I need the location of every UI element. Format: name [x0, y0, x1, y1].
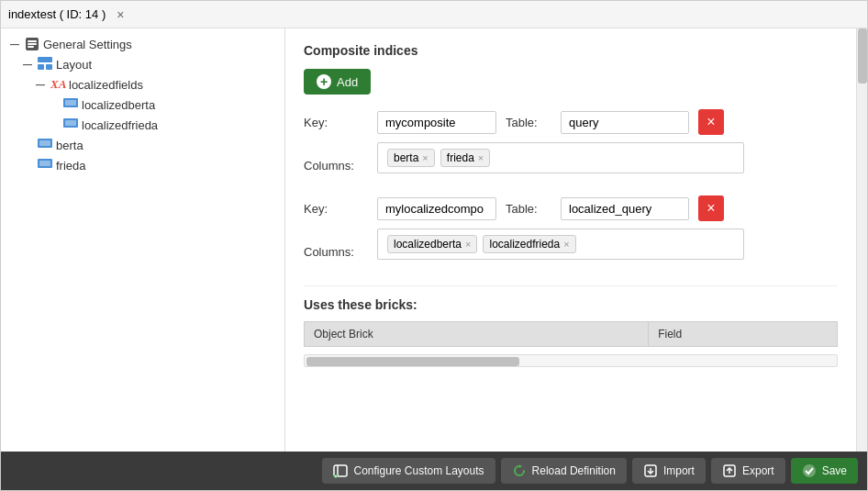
save-label: Save	[822, 464, 847, 477]
svg-rect-3	[28, 46, 34, 48]
table-label-1: Table:	[506, 116, 551, 129]
save-button[interactable]: Save	[791, 458, 858, 484]
delete-button-1[interactable]: ×	[698, 109, 724, 135]
svg-rect-8	[65, 100, 76, 106]
sidebar-label-localizedberta: localizedberta	[82, 98, 155, 112]
sidebar-label-berta: berta	[56, 139, 83, 152]
sidebar-item-localizedberta[interactable]: localizedberta	[1, 95, 284, 115]
columns-label-1: Columns:	[304, 159, 368, 173]
svg-rect-1	[28, 40, 37, 42]
toggle-minus-icon[interactable]: —	[8, 38, 21, 50]
key-input-1[interactable]	[377, 111, 496, 134]
close-icon[interactable]: ×	[117, 7, 124, 22]
localized-icon: XA	[50, 77, 65, 92]
svg-rect-12	[39, 140, 50, 146]
field-icon	[38, 158, 52, 173]
tag-frieda-label: frieda	[447, 151, 474, 164]
tag-frieda-close[interactable]: ×	[478, 152, 484, 163]
table-select-2[interactable]: query localized_query	[561, 197, 689, 220]
index-row-2: Key: Table: query localized_query × Colu…	[304, 195, 838, 274]
import-button[interactable]: Import	[632, 458, 706, 484]
svg-point-24	[803, 464, 816, 477]
tag-localizedfrieda-close[interactable]: ×	[563, 239, 569, 250]
window-title: indextest ( ID: 14 )	[8, 7, 106, 21]
tag-row-2: localizedberta × localizedfrieda ×	[377, 229, 744, 260]
configure-layouts-label: Configure Custom Layouts	[353, 464, 484, 477]
field-icon	[63, 97, 78, 112]
sidebar-item-localizedfields[interactable]: — XA localizedfields	[1, 74, 284, 95]
sidebar-item-general-settings[interactable]: — General Settings	[1, 34, 284, 54]
tag-berta: berta ×	[387, 149, 435, 167]
section-title: Composite indices	[304, 43, 838, 58]
add-button-label: Add	[337, 75, 358, 89]
save-icon	[802, 463, 817, 478]
tag-frieda: frieda ×	[440, 149, 490, 167]
columns-row-1: Columns: berta × frieda ×	[304, 142, 838, 188]
main-window: indextest ( ID: 14 ) × — General Setting…	[0, 0, 868, 491]
index-row-1: Key: Table: query localized_query × Colu…	[304, 109, 838, 188]
table-select-1[interactable]: query localized_query	[561, 111, 689, 134]
key-input-2[interactable]	[377, 197, 496, 220]
svg-rect-14	[39, 161, 50, 166]
bottom-toolbar: Configure Custom Layouts Reload Definiti…	[1, 452, 867, 490]
field-icon	[63, 117, 78, 132]
add-button[interactable]: + Add	[304, 69, 371, 95]
panel-with-scroll: Composite indices + Add Key: Table: quer…	[285, 28, 867, 452]
key-label-2: Key:	[304, 202, 368, 216]
vertical-scroll-thumb	[858, 28, 867, 84]
plus-circle-icon: +	[317, 74, 331, 89]
svg-rect-6	[46, 64, 52, 70]
export-label: Export	[742, 464, 774, 477]
layout-icon	[38, 57, 52, 72]
title-bar: indextest ( ID: 14 ) ×	[1, 1, 867, 28]
sidebar-item-layout[interactable]: — Layout	[1, 54, 284, 74]
svg-rect-10	[65, 120, 76, 126]
tag-berta-label: berta	[394, 151, 418, 164]
sidebar: — General Settings — Layout — XA localiz…	[1, 28, 285, 452]
main-content: — General Settings — Layout — XA localiz…	[1, 28, 867, 452]
bricks-table: Object Brick Field	[304, 321, 838, 347]
sidebar-item-localizedfrieda[interactable]: localizedfrieda	[1, 115, 284, 135]
table-label-2: Table:	[506, 202, 551, 216]
sidebar-item-berta[interactable]: berta	[1, 135, 284, 155]
tag-localizedfrieda-label: localizedfrieda	[489, 238, 560, 251]
sidebar-label-frieda: frieda	[56, 159, 86, 173]
columns-row-2: Columns: localizedberta × localizedfried…	[304, 229, 838, 274]
export-button[interactable]: Export	[711, 458, 785, 484]
right-panel: Composite indices + Add Key: Table: quer…	[285, 28, 856, 452]
sidebar-item-frieda[interactable]: frieda	[1, 155, 284, 175]
import-label: Import	[663, 464, 695, 477]
sidebar-label-general-settings: General Settings	[43, 38, 132, 51]
tag-row-1: berta × frieda ×	[377, 142, 744, 173]
delete-button-2[interactable]: ×	[698, 195, 724, 221]
configure-icon	[333, 463, 348, 478]
toggle-minus-icon[interactable]: —	[21, 58, 34, 71]
separator	[304, 285, 838, 286]
configure-layouts-button[interactable]: Configure Custom Layouts	[322, 458, 495, 484]
table-select-wrap-2: query localized_query	[561, 197, 689, 220]
field-icon	[38, 138, 52, 152]
tag-localizedberta-close[interactable]: ×	[465, 239, 471, 250]
toggle-minus-icon[interactable]: —	[34, 78, 47, 91]
svg-rect-2	[28, 43, 37, 45]
key-row-2: Key: Table: query localized_query ×	[304, 195, 838, 221]
bricks-col-objectbrick: Object Brick	[305, 322, 649, 347]
horizontal-scroll-thumb	[306, 357, 519, 366]
key-label-1: Key:	[304, 116, 368, 129]
general-settings-icon	[25, 37, 39, 51]
bricks-col-field: Field	[649, 322, 838, 347]
columns-label-2: Columns:	[304, 245, 368, 259]
vertical-scrollbar[interactable]	[856, 28, 867, 452]
horizontal-scrollbar[interactable]	[304, 354, 838, 367]
tag-localizedberta-label: localizedberta	[394, 238, 462, 251]
reload-icon	[512, 463, 527, 478]
svg-rect-4	[38, 57, 52, 62]
reload-definition-button[interactable]: Reload Definition	[501, 458, 627, 484]
key-row-1: Key: Table: query localized_query ×	[304, 109, 838, 135]
tag-localizedfrieda: localizedfrieda ×	[483, 235, 575, 253]
sidebar-label-localizedfields: localizedfields	[69, 78, 143, 92]
sidebar-label-localizedfrieda: localizedfrieda	[82, 118, 158, 132]
tag-localizedberta: localizedberta ×	[387, 235, 477, 253]
table-select-wrap-1: query localized_query	[561, 111, 689, 134]
tag-berta-close[interactable]: ×	[422, 152, 428, 163]
